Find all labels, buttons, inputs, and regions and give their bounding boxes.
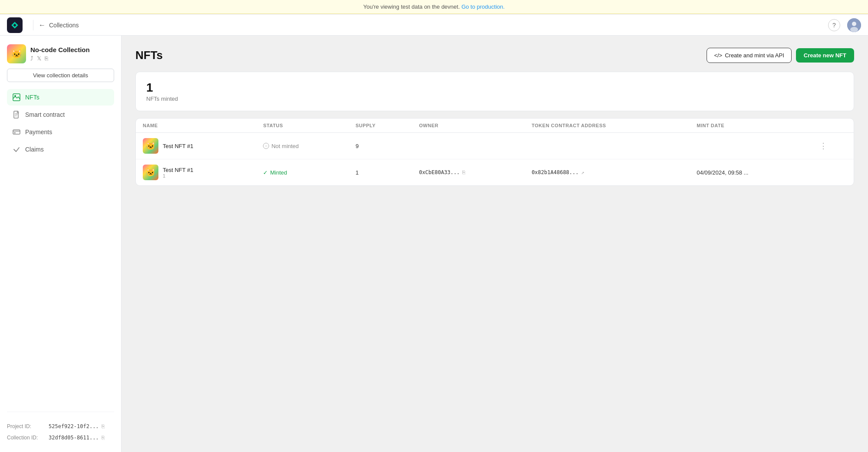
main-content: NFTs </> Create and mint via API Create … <box>122 36 868 452</box>
go-to-production-link[interactable]: Go to production. <box>461 3 505 10</box>
owner-address-1: 0xCbE80A33... <box>419 169 460 175</box>
claims-icon <box>12 145 21 154</box>
col-name: NAME <box>136 119 256 133</box>
project-id-label: Project ID: <box>7 423 46 429</box>
col-supply: SUPPLY <box>349 119 412 133</box>
sidebar-nav: NFTs Smart contract <box>7 89 114 158</box>
user-avatar[interactable] <box>847 18 861 32</box>
sidebar-item-nfts[interactable]: NFTs <box>7 89 114 106</box>
contract-address-1: 0x82b1A48688... <box>532 169 579 175</box>
nft-date-cell-1: 04/09/2024, 09:58 ... <box>690 159 812 186</box>
nft-status-cell-0: ○ Not minted <box>256 133 349 159</box>
nft-owner-cell-0 <box>412 133 524 159</box>
nft-edition-1: 1 <box>163 173 194 178</box>
nft-thumbnail-0: 🐱 <box>143 138 158 154</box>
nft-thumbnail-1: 🐱 <box>143 165 158 180</box>
col-actions <box>812 119 854 133</box>
sidebar: 🐱 No-code Collection ⤴ 𝕏 ⎘ View collecti… <box>0 36 122 452</box>
devnet-banner: You're viewing test data on the devnet. … <box>0 0 868 14</box>
nav-divider <box>33 20 33 30</box>
twitter-icon[interactable]: 𝕏 <box>37 55 41 62</box>
sidebar-footer: Project ID: 525ef922-10f2... ⎘ Collectio… <box>7 412 114 443</box>
code-icon: </> <box>714 52 722 59</box>
status-not-minted-0: ○ Not minted <box>263 143 342 149</box>
collections-breadcrumb: Collections <box>49 22 79 29</box>
table-header: NAME STATUS SUPPLY OWNER TOKEN CONTRACT … <box>136 119 854 133</box>
sidebar-item-claims[interactable]: Claims <box>7 141 114 158</box>
table-row: 🐱 Test NFT #1 1 ✓ Minted10xCbE80A33...⎘0… <box>136 159 854 186</box>
col-token-contract: TOKEN CONTRACT ADDRESS <box>525 119 690 133</box>
nft-date-cell-0 <box>690 133 812 159</box>
svg-rect-6 <box>13 130 20 134</box>
sidebar-item-smart-contract-label: Smart contract <box>25 111 65 118</box>
breadcrumb-nav[interactable]: ← Collections <box>39 21 79 29</box>
table-row: 🐱 Test NFT #1 ○ Not minted9⋮ <box>136 133 854 159</box>
nft-supply-cell-1: 1 <box>349 159 412 186</box>
svg-point-1 <box>852 22 856 26</box>
copy-owner-1[interactable]: ⎘ <box>462 169 465 175</box>
sidebar-item-payments-label: Payments <box>25 129 52 135</box>
nft-status-cell-1: ✓ Minted <box>256 159 349 186</box>
image-icon <box>12 93 21 102</box>
nft-contract-cell-1: 0x82b1A48688...↗ <box>525 159 690 186</box>
nft-owner-cell-1: 0xCbE80A33...⎘ <box>412 159 524 186</box>
app-layout: 🐱 No-code Collection ⤴ 𝕏 ⎘ View collecti… <box>0 36 868 452</box>
svg-rect-7 <box>14 132 16 133</box>
create-new-nft-button[interactable]: Create new NFT <box>796 48 854 63</box>
svg-point-2 <box>850 27 858 32</box>
document-icon <box>12 110 21 119</box>
clock-icon: ○ <box>263 143 269 149</box>
nfts-minted-label: NFTs minted <box>146 96 843 102</box>
nft-contract-cell-0 <box>525 133 690 159</box>
col-mint-date: MINT DATE <box>690 119 812 133</box>
help-button[interactable]: ? <box>828 19 840 31</box>
collection-name: No-code Collection <box>30 46 90 53</box>
page-title: NFTs <box>135 49 163 62</box>
col-status: STATUS <box>256 119 349 133</box>
more-menu-0[interactable]: ⋮ <box>819 142 828 150</box>
collection-avatar: 🐱 <box>7 44 26 63</box>
col-owner: OWNER <box>412 119 524 133</box>
nft-title-1: Test NFT #1 <box>163 167 194 173</box>
nfts-count: 1 <box>146 81 843 95</box>
nft-table-container: NAME STATUS SUPPLY OWNER TOKEN CONTRACT … <box>135 118 854 186</box>
top-nav: ← Collections ? <box>0 15 868 36</box>
collection-id-row: Collection ID: 32df8d05-8611... ⎘ <box>7 432 114 443</box>
copy-icon[interactable]: ⎘ <box>45 55 48 62</box>
nft-more-cell-1 <box>812 159 854 186</box>
collection-id-value: 32df8d05-8611... <box>49 435 99 441</box>
external-link-1[interactable]: ↗ <box>581 169 584 175</box>
nft-title-0: Test NFT #1 <box>163 143 194 149</box>
table-body: 🐱 Test NFT #1 ○ Not minted9⋮ 🐱 Test NFT … <box>136 133 854 186</box>
view-details-button[interactable]: View collection details <box>7 69 114 82</box>
nav-right: ? <box>828 18 861 32</box>
logo[interactable] <box>7 17 23 33</box>
status-minted-1: ✓ Minted <box>263 169 342 176</box>
sidebar-item-smart-contract[interactable]: Smart contract <box>7 106 114 123</box>
check-icon: ✓ <box>263 169 268 176</box>
payments-icon <box>12 128 21 136</box>
sidebar-item-nfts-label: NFTs <box>25 94 39 101</box>
banner-text: You're viewing test data on the devnet. <box>363 3 460 10</box>
share-icon[interactable]: ⤴ <box>30 55 33 62</box>
copy-collection-id-icon[interactable]: ⎘ <box>102 435 105 441</box>
back-arrow-icon: ← <box>39 21 46 29</box>
collection-id-label: Collection ID: <box>7 435 46 441</box>
project-id-value: 525ef922-10f2... <box>49 423 99 429</box>
copy-project-id-icon[interactable]: ⎘ <box>102 423 105 429</box>
create-mint-api-button[interactable]: </> Create and mint via API <box>707 48 791 63</box>
collection-social: ⤴ 𝕏 ⎘ <box>30 55 90 62</box>
sidebar-item-payments[interactable]: Payments <box>7 124 114 140</box>
page-header: NFTs </> Create and mint via API Create … <box>135 48 854 63</box>
collection-header: 🐱 No-code Collection ⤴ 𝕏 ⎘ <box>7 44 114 63</box>
nft-more-cell-0: ⋮ <box>812 133 854 159</box>
nft-name-cell-0[interactable]: 🐱 Test NFT #1 <box>136 133 256 159</box>
stats-card: 1 NFTs minted <box>135 72 854 111</box>
header-actions: </> Create and mint via API Create new N… <box>707 48 854 63</box>
nft-name-cell-1[interactable]: 🐱 Test NFT #1 1 <box>136 159 256 186</box>
sidebar-item-claims-label: Claims <box>25 146 44 153</box>
nft-supply-cell-0: 9 <box>349 133 412 159</box>
project-id-row: Project ID: 525ef922-10f2... ⎘ <box>7 421 114 432</box>
nft-table: NAME STATUS SUPPLY OWNER TOKEN CONTRACT … <box>136 119 854 185</box>
